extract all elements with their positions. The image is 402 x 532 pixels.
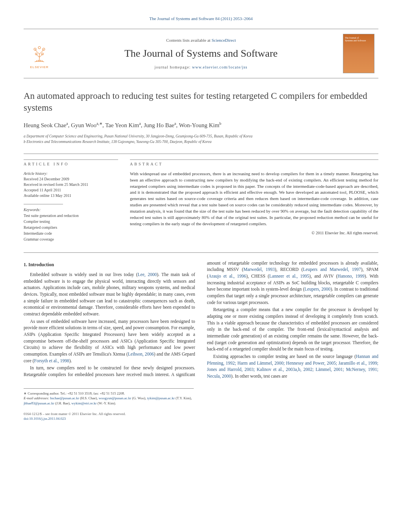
issn-line: 0164-1212/$ – see front matter © 2011 El… [24, 412, 378, 417]
svg-point-0 [34, 48, 36, 50]
keyword: Test suite generation and reduction [24, 213, 118, 219]
journal-cover-thumbnail [343, 34, 374, 73]
body-paragraph: Existing approaches to compiler testing … [207, 353, 379, 380]
body-paragraph: Retargeting a compiler means that a new … [207, 306, 379, 352]
article-title: An automated approach to reducing test s… [24, 90, 378, 114]
doi-link[interactable]: doi:10.1016/j.jss.2011.04.023 [24, 417, 66, 421]
history-received: Received 24 December 2009 [24, 176, 118, 182]
history-accepted: Accepted 11 April 2011 [24, 187, 118, 193]
corresponding-author-note: ∗ Corresponding author. Tel.: +82 51 510… [24, 391, 194, 396]
article-body: 1. Introduction Embedded software is wid… [24, 252, 378, 380]
article-info-label: ARTICLE INFO [24, 161, 118, 167]
abstract-copyright: © 2011 Elsevier Inc. All rights reserved… [130, 230, 378, 236]
affiliations: a Department of Computer Science and Eng… [24, 133, 378, 145]
history-revised: Received in revised form 25 March 2011 [24, 182, 118, 187]
contents-available-line: Contents lists available at ScienceDirec… [64, 37, 338, 43]
author-list: Heung Seok Chaea, Gyun Wooa,∗, Tae Yeon … [24, 121, 378, 130]
keyword: Grammar coverage [24, 236, 118, 242]
elsevier-tree-icon [29, 42, 50, 63]
abstract-column: ABSTRACT With widespread use of embedded… [130, 159, 378, 242]
keyword: Retargeted compilers [24, 224, 118, 230]
footnotes: ∗ Corresponding author. Tel.: +82 51 510… [24, 388, 194, 406]
keyword: Intermediate code [24, 230, 118, 236]
publisher-logo: ELSEVIER [24, 38, 55, 69]
publisher-label: ELSEVIER [30, 65, 48, 69]
body-paragraph: As uses of embedded software have increa… [24, 318, 195, 364]
running-header: The Journal of Systems and Software 84 (… [24, 16, 378, 22]
journal-homepage-link[interactable]: www.elsevier.com/locate/jss [192, 65, 248, 69]
bottom-metadata: 0164-1212/$ – see front matter © 2011 El… [24, 412, 378, 421]
keywords-label: Keywords: [24, 207, 118, 213]
abstract-label: ABSTRACT [130, 161, 378, 167]
article-info-column: ARTICLE INFO Article history: Received 2… [24, 159, 118, 242]
keyword: Compiler testing [24, 219, 118, 224]
history-online: Available online 13 May 2011 [24, 193, 118, 198]
affiliation-a: a Department of Computer Science and Eng… [24, 133, 378, 139]
sciencedirect-link[interactable]: ScienceDirect [211, 38, 236, 43]
affiliation-b: b Electronics and Telecommunications Res… [24, 139, 378, 145]
email-addresses: E-mail addresses: hschae@pusan.ac.kr (H.… [24, 396, 194, 406]
body-paragraph: Embedded software is widely used in our … [24, 271, 195, 317]
journal-title: The Journal of Systems and Software [64, 46, 338, 61]
svg-point-4 [38, 46, 41, 49]
journal-masthead: ELSEVIER Contents lists available at Sci… [24, 29, 378, 78]
abstract-text: With widespread use of embedded processo… [130, 171, 378, 227]
section-heading-introduction: 1. Introduction [24, 261, 195, 268]
history-label: Article history: [24, 171, 118, 176]
journal-homepage-line: journal homepage: www.elsevier.com/locat… [64, 65, 338, 70]
